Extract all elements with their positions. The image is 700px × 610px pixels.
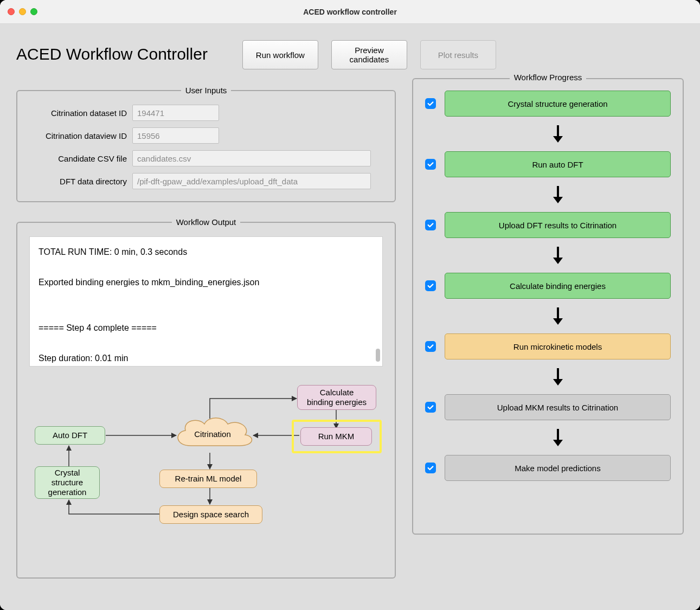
page-title: ACED Workflow Controller	[16, 45, 208, 63]
window-traffic-lights	[8, 8, 37, 15]
header-row: ACED Workflow Controller Run workflow Pr…	[16, 35, 396, 69]
workflow-output-text[interactable]: TOTAL RUN TIME: 0 min, 0.3 seconds Expor…	[29, 236, 383, 367]
window-title: ACED workflow controller	[0, 8, 700, 16]
user-inputs-group: User Inputs Citrination dataset ID Citri…	[16, 86, 396, 202]
progress-step: Upload DFT results to Citrination	[425, 212, 671, 238]
app-window: ACED workflow controller ACED Workflow C…	[0, 0, 700, 610]
arrow-down-icon	[445, 124, 671, 144]
close-icon[interactable]	[8, 8, 15, 15]
checkbox-icon[interactable]	[425, 341, 436, 352]
checkbox-icon[interactable]	[425, 280, 436, 291]
diagram-node-retrain: Re-train ML model	[159, 470, 257, 488]
diagram-node-citrination: Citrination	[169, 413, 256, 454]
minimize-icon[interactable]	[19, 8, 26, 15]
scrollbar-thumb[interactable]	[376, 349, 380, 362]
checkbox-icon[interactable]	[425, 220, 436, 230]
csv-input[interactable]	[132, 150, 371, 166]
checkbox-icon[interactable]	[425, 159, 436, 170]
dataset-id-input[interactable]	[132, 105, 219, 121]
arrow-down-icon	[445, 185, 671, 204]
arrow-down-icon	[445, 306, 671, 326]
arrow-down-icon	[445, 367, 671, 387]
preview-candidates-button[interactable]: Preview candidates	[331, 40, 407, 69]
workflow-diagram: Auto DFT Crystal structure generation Ci…	[29, 380, 383, 537]
progress-step: Calculate binding energies	[425, 273, 671, 299]
left-column: ACED Workflow Controller Run workflow Pr…	[16, 35, 396, 594]
fullscreen-icon[interactable]	[30, 8, 37, 15]
user-inputs-legend: User Inputs	[181, 86, 232, 95]
dataview-id-label: Citrination dataview ID	[29, 131, 132, 140]
checkbox-icon[interactable]	[425, 98, 436, 109]
diagram-node-run-mkm: Run MKM	[300, 427, 372, 446]
progress-step-box: Crystal structure generation	[445, 91, 671, 117]
workflow-output-group: Workflow Output TOTAL RUN TIME: 0 min, 0…	[16, 217, 396, 579]
progress-step: Run microkinetic models	[425, 333, 671, 359]
progress-step: Make model predictions	[425, 455, 671, 481]
arrow-down-icon	[445, 246, 671, 265]
right-column: Workflow Progress Crystal structure gene…	[412, 35, 684, 594]
progress-step: Crystal structure generation	[425, 91, 671, 117]
progress-step-box: Upload DFT results to Citrination	[445, 212, 671, 238]
diagram-node-calc-binding: Calculate binding energies	[297, 385, 376, 410]
csv-label: Candidate CSV file	[29, 154, 132, 163]
checkbox-icon[interactable]	[425, 463, 436, 473]
progress-step-box: Run microkinetic models	[445, 333, 671, 359]
arrow-down-icon	[445, 428, 671, 447]
diagram-node-design-search: Design space search	[159, 505, 262, 524]
progress-step: Run auto DFT	[425, 151, 671, 177]
progress-step-box: Run auto DFT	[445, 151, 671, 177]
progress-step-box: Make model predictions	[445, 455, 671, 481]
dataset-id-label: Citrination dataset ID	[29, 108, 132, 118]
progress-step-box: Upload MKM results to Citrination	[445, 394, 671, 420]
titlebar: ACED workflow controller	[0, 0, 700, 24]
dataview-id-input[interactable]	[132, 127, 219, 144]
dft-dir-label: DFT data directory	[29, 177, 132, 186]
run-workflow-button[interactable]: Run workflow	[242, 40, 318, 69]
content: ACED Workflow Controller Run workflow Pr…	[0, 24, 700, 610]
progress-step-box: Calculate binding energies	[445, 273, 671, 299]
progress-step: Upload MKM results to Citrination	[425, 394, 671, 420]
diagram-node-auto-dft: Auto DFT	[35, 426, 105, 445]
diagram-node-crystal-gen: Crystal structure generation	[35, 466, 100, 499]
workflow-output-legend: Workflow Output	[172, 217, 241, 227]
checkbox-icon[interactable]	[425, 402, 436, 413]
workflow-progress-group: Workflow Progress Crystal structure gene…	[412, 78, 684, 535]
dft-dir-input[interactable]	[132, 173, 371, 189]
workflow-progress-legend: Workflow Progress	[510, 73, 587, 82]
